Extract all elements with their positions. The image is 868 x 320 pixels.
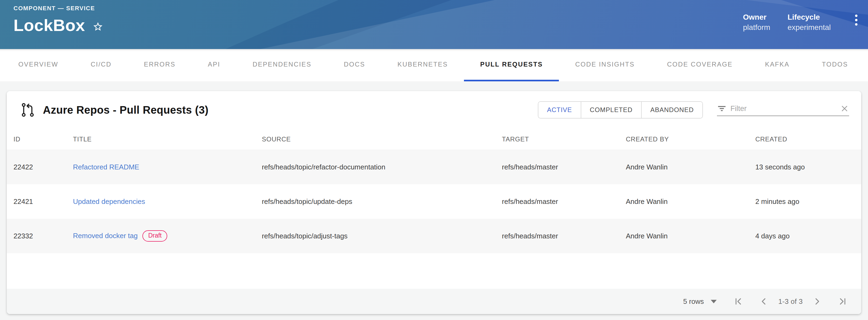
- pull-requests-card: Azure Repos - Pull Requests (3) ACTIVE C…: [7, 91, 861, 314]
- toggle-active-button[interactable]: ACTIVE: [538, 102, 581, 118]
- lifecycle-meta: Lifecycle experimental: [787, 13, 831, 32]
- first-page-button[interactable]: [732, 295, 745, 308]
- tab-code-coverage[interactable]: CODE COVERAGE: [651, 49, 749, 81]
- card-title: Azure Repos - Pull Requests (3): [43, 104, 209, 116]
- tab-kubernetes[interactable]: KUBERNETES: [381, 49, 464, 81]
- draft-badge: Draft: [143, 230, 167, 242]
- column-header-target: TARGET: [502, 129, 626, 150]
- lifecycle-value: experimental: [787, 23, 831, 32]
- pr-created-by: Andre Wanlin: [626, 184, 755, 219]
- table-empty-space: [7, 253, 861, 289]
- tab-todos[interactable]: TODOS: [806, 49, 864, 81]
- filter-field: [717, 104, 849, 116]
- pr-target-branch: refs/heads/master: [502, 184, 626, 219]
- table-row: 22332 Removed docker tagDraft refs/heads…: [7, 219, 861, 253]
- table-header-row: ID TITLE SOURCE TARGET CREATED BY CREATE…: [7, 129, 861, 150]
- column-header-source: SOURCE: [262, 129, 502, 150]
- pr-id: 22332: [7, 219, 73, 253]
- entity-header: COMPONENT — SERVICE LockBox Owner platfo…: [0, 0, 868, 49]
- table-pagination-footer: 5 rows 1-3 of 3: [7, 289, 861, 314]
- column-header-created-by: CREATED BY: [626, 129, 755, 150]
- rows-per-page-value: 5 rows: [683, 297, 704, 306]
- tab-errors[interactable]: ERRORS: [128, 49, 191, 81]
- entity-tab-bar: OVERVIEW CI/CD ERRORS API DEPENDENCIES D…: [0, 49, 868, 81]
- owner-value: platform: [743, 23, 770, 32]
- last-page-button[interactable]: [836, 295, 849, 308]
- previous-page-button[interactable]: [757, 295, 770, 308]
- pr-created-time: 4 days ago: [755, 219, 861, 253]
- rows-per-page-select[interactable]: 5 rows: [683, 297, 717, 306]
- next-page-button[interactable]: [811, 295, 824, 308]
- header-decor-shape-light: [0, 0, 868, 49]
- owner-meta: Owner platform: [743, 13, 770, 32]
- breadcrumb: COMPONENT — SERVICE: [13, 5, 103, 12]
- lifecycle-label: Lifecycle: [787, 13, 831, 22]
- page-title: LockBox: [13, 15, 85, 35]
- favorite-star-icon[interactable]: [93, 21, 103, 32]
- column-header-created: CREATED: [755, 129, 861, 150]
- pr-title-link[interactable]: Removed docker tag: [73, 232, 138, 240]
- tab-docs[interactable]: DOCS: [328, 49, 381, 81]
- pagination-range: 1-3 of 3: [778, 297, 803, 306]
- tab-ci-cd[interactable]: CI/CD: [74, 49, 128, 81]
- pr-source-branch: refs/heads/topic/adjust-tags: [262, 219, 502, 253]
- pull-requests-table: ID TITLE SOURCE TARGET CREATED BY CREATE…: [7, 129, 861, 253]
- pr-target-branch: refs/heads/master: [502, 219, 626, 253]
- pr-source-branch: refs/heads/topic/refactor-documentation: [262, 150, 502, 184]
- pull-request-icon: [20, 102, 35, 118]
- pr-target-branch: refs/heads/master: [502, 150, 626, 184]
- tab-code-insights[interactable]: CODE INSIGHTS: [559, 49, 651, 81]
- pr-created-by: Andre Wanlin: [626, 150, 755, 184]
- page-content: Azure Repos - Pull Requests (3) ACTIVE C…: [0, 81, 868, 314]
- pr-status-toggle-group: ACTIVE COMPLETED ABANDONED: [538, 101, 703, 118]
- pr-created-time: 13 seconds ago: [755, 150, 861, 184]
- column-header-id: ID: [7, 129, 73, 150]
- owner-label: Owner: [743, 13, 770, 22]
- toggle-abandoned-button[interactable]: ABANDONED: [641, 102, 702, 118]
- pr-id: 22421: [7, 184, 73, 219]
- pr-title-link[interactable]: Updated dependencies: [73, 198, 145, 206]
- tab-kafka[interactable]: KAFKA: [749, 49, 806, 81]
- filter-input[interactable]: [731, 105, 836, 113]
- toggle-completed-button[interactable]: COMPLETED: [581, 102, 641, 118]
- pr-id: 22422: [7, 150, 73, 184]
- tab-api[interactable]: API: [192, 49, 237, 81]
- tab-overview[interactable]: OVERVIEW: [2, 49, 74, 81]
- dropdown-caret-icon: [711, 300, 717, 303]
- tab-dependencies[interactable]: DEPENDENCIES: [236, 49, 328, 81]
- table-row: 22422 Refactored README refs/heads/topic…: [7, 150, 861, 184]
- pr-title-link[interactable]: Refactored README: [73, 163, 140, 171]
- column-header-title: TITLE: [73, 129, 262, 150]
- pr-source-branch: refs/heads/topic/update-deps: [262, 184, 502, 219]
- filter-list-icon: [717, 104, 727, 113]
- table-row: 22421 Updated dependencies refs/heads/to…: [7, 184, 861, 219]
- more-options-kebab-icon[interactable]: [848, 13, 864, 32]
- clear-filter-icon[interactable]: [840, 104, 849, 113]
- pr-created-time: 2 minutes ago: [755, 184, 861, 219]
- pr-created-by: Andre Wanlin: [626, 219, 755, 253]
- tab-pull-requests[interactable]: PULL REQUESTS: [464, 49, 559, 81]
